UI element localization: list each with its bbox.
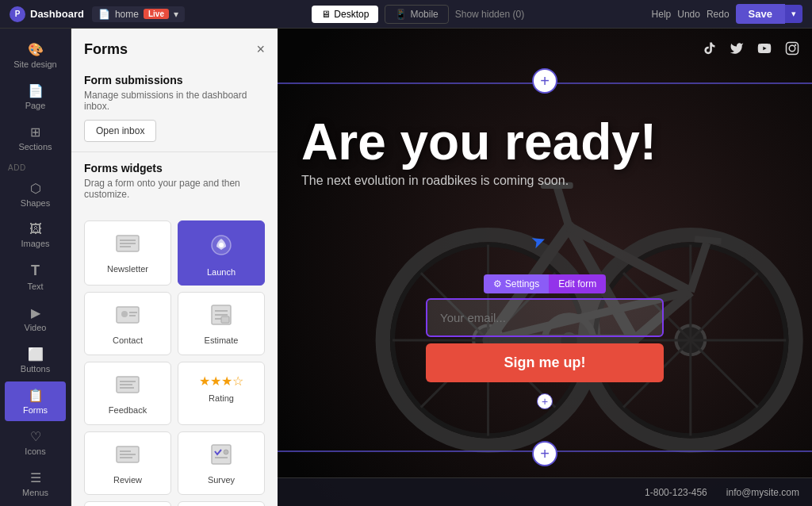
sidebar-label-page: Page [25, 101, 46, 110]
shapes-icon: ⬡ [30, 181, 41, 196]
tiktok-icon[interactable] [703, 41, 717, 59]
sidebar-label-text: Text [27, 282, 43, 291]
svg-rect-73 [787, 43, 799, 55]
newsletter-icon [115, 232, 140, 259]
sidebar-item-video[interactable]: ▶ Video [5, 299, 66, 339]
widgets-section-header: Forms widgets Drag a form onto your page… [71, 152, 278, 211]
rating-label: Rating [209, 393, 234, 403]
mobile-btn[interactable]: 📱 Mobile [385, 5, 448, 24]
forms-panel: Forms × Form submissions Manage submissi… [71, 29, 278, 506]
tab-dropdown-icon[interactable]: ▾ [174, 9, 178, 20]
survey-label: Survey [208, 475, 235, 485]
twitter-icon[interactable] [730, 41, 744, 59]
site-design-icon: 🎨 [28, 42, 44, 57]
sidebar-item-site-design[interactable]: 🎨 Site design [5, 36, 66, 75]
images-icon: 🖼 [29, 222, 42, 236]
topbar: P Dashboard 📄 home Live ▾ 🖥 Desktop 📱 Mo… [0, 0, 812, 29]
sidebar-item-images[interactable]: 🖼 Images [5, 216, 66, 255]
widget-launch[interactable]: Launch [178, 220, 265, 286]
sidebar-item-shapes[interactable]: ⬡ Shapes [5, 174, 66, 214]
sidebar-item-forms[interactable]: 📋 Forms [5, 381, 66, 421]
sidebar-item-icons[interactable]: ♡ Icons [5, 423, 66, 462]
widget-feedback[interactable]: Feedback [84, 362, 171, 425]
newsletter-label: Newsletter [107, 264, 148, 274]
undo-btn[interactable]: Undo [677, 9, 700, 20]
save-dropdown-btn[interactable]: ▾ [785, 5, 802, 23]
survey-icon [209, 443, 234, 470]
show-hidden-label[interactable]: Show hidden (0) [455, 9, 524, 20]
submissions-desc: Manage submissions in the dashboard inbo… [84, 90, 265, 112]
form-edit-btn[interactable]: Edit form [549, 274, 606, 293]
sidebar-label-images: Images [21, 239, 49, 248]
redo-btn[interactable]: Redo [707, 9, 730, 20]
main-layout: 🎨 Site design 📄 Page ⊞ Sections Add ⬡ Sh… [0, 29, 812, 506]
sidebar-label-video: Video [25, 323, 47, 332]
widget-contact[interactable]: Contact [84, 292, 171, 355]
launch-label: Launch [207, 267, 236, 277]
youtube-icon[interactable] [756, 41, 772, 59]
gear-icon: ⚙ [493, 278, 502, 289]
rating-icon: ★★★☆ [199, 374, 243, 389]
sidebar-item-page[interactable]: 📄 Page [5, 77, 66, 117]
close-panel-btn[interactable]: × [256, 41, 265, 58]
hero-title: Are you ready! [301, 116, 788, 169]
desktop-icon: 🖥 [321, 9, 331, 20]
home-tab[interactable]: 📄 home Live ▾ [92, 6, 185, 22]
forms-panel-header: Forms × [71, 29, 278, 64]
feedback-label: Feedback [109, 405, 147, 415]
video-icon: ▶ [31, 305, 40, 320]
form-toolbar: ⚙ Settings Edit form [426, 274, 664, 293]
estimate-label: Estimate [205, 335, 239, 345]
desktop-btn[interactable]: 🖥 Desktop [312, 6, 378, 23]
add-divider: Add [0, 159, 71, 174]
canvas: + Are you ready! The next evolution in r… [278, 29, 812, 506]
bike-background [278, 29, 812, 506]
forms-panel-title: Forms [84, 41, 128, 58]
widget-review[interactable]: Review [84, 431, 171, 495]
widget-rating[interactable]: ★★★☆ Rating [178, 362, 265, 425]
widget-reservation[interactable]: Reservation [178, 501, 265, 506]
canvas-background: + Are you ready! The next evolution in r… [278, 29, 812, 506]
instagram-icon[interactable] [785, 41, 799, 59]
svg-rect-6 [117, 307, 139, 323]
sidebar-item-sections[interactable]: ⊞ Sections [5, 118, 66, 158]
canvas-form-widget: ⚙ Settings Edit form Sign me up! [426, 274, 664, 382]
contact-icon [115, 304, 140, 331]
save-button[interactable]: Save [736, 4, 785, 24]
open-inbox-btn[interactable]: Open inbox [84, 120, 156, 142]
add-form-item-btn[interactable]: + [537, 393, 553, 409]
add-section-bottom-btn[interactable]: + [532, 441, 557, 466]
social-bar [703, 41, 799, 59]
sidebar-item-menus[interactable]: ☰ Menus [5, 464, 66, 504]
svg-point-74 [789, 45, 795, 52]
dashboard-label: Dashboard [30, 8, 84, 20]
widgets-desc: Drag a form onto your page and then cust… [84, 178, 265, 200]
sidebar-item-text[interactable]: T Text [5, 256, 66, 297]
review-label: Review [113, 475, 142, 485]
widget-estimate[interactable]: Estimate [178, 292, 265, 355]
menus-icon: ☰ [30, 470, 41, 485]
help-link[interactable]: Help [652, 9, 672, 20]
svg-point-75 [795, 44, 796, 46]
signup-button[interactable]: Sign me up! [426, 343, 664, 382]
widget-survey[interactable]: Survey [178, 431, 265, 495]
text-icon: T [31, 263, 40, 279]
add-section-top-btn[interactable]: + [532, 68, 557, 94]
widget-event[interactable]: Event [84, 501, 171, 506]
svg-point-24 [224, 450, 228, 454]
feedback-icon [115, 374, 140, 401]
sections-icon: ⊞ [30, 125, 40, 140]
email-input[interactable] [426, 298, 664, 337]
logo[interactable]: P Dashboard [10, 6, 84, 22]
sidebar-item-buttons[interactable]: ⬜ Buttons [5, 340, 66, 380]
form-settings-btn[interactable]: ⚙ Settings [484, 274, 549, 293]
sidebar-label-buttons: Buttons [21, 364, 50, 374]
sidebar-label-forms: Forms [23, 405, 48, 415]
topbar-center: 🖥 Desktop 📱 Mobile Show hidden (0) [312, 5, 524, 24]
topbar-right: Help Undo Redo Save ▾ [652, 4, 802, 24]
hero-subtitle: The next evolution in roadbikes is comin… [301, 174, 788, 188]
widget-newsletter[interactable]: Newsletter [84, 220, 171, 286]
email-address: info@mysite.com [726, 487, 799, 498]
svg-line-69 [695, 239, 722, 241]
page-icon: 📄 [28, 83, 44, 98]
